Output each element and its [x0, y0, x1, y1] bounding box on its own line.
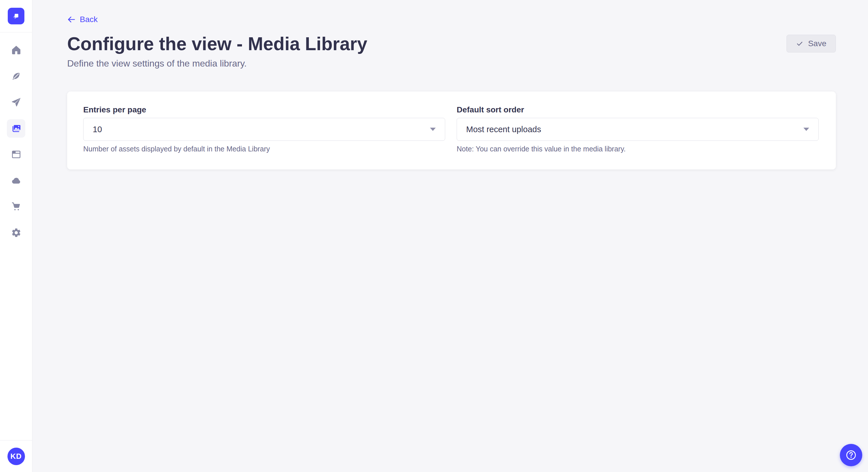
cloud-icon	[11, 175, 22, 186]
default-sort-order-select[interactable]: Most recent uploads	[457, 118, 818, 141]
back-label: Back	[80, 15, 98, 24]
logo-section	[0, 0, 32, 32]
save-label: Save	[808, 39, 826, 48]
settings-card: Entries per page 10 Number of assets dis…	[67, 92, 836, 169]
question-mark-icon	[845, 449, 857, 461]
sidebar-item-releases[interactable]	[0, 89, 32, 115]
media-library-icon	[11, 123, 22, 134]
default-sort-order-value: Most recent uploads	[466, 125, 541, 134]
back-arrow-icon	[67, 15, 76, 24]
sidebar: KD	[0, 0, 32, 472]
back-link[interactable]: Back	[67, 15, 98, 24]
help-button[interactable]	[840, 444, 862, 466]
user-initials: KD	[10, 452, 22, 461]
paper-plane-icon	[11, 97, 22, 107]
sidebar-item-content-manager[interactable]	[0, 63, 32, 89]
title-row: Configure the view - Media Library Defin…	[67, 32, 836, 69]
home-icon	[11, 45, 22, 55]
title-block: Configure the view - Media Library Defin…	[67, 32, 367, 69]
layout-icon	[11, 149, 22, 160]
sidebar-item-settings[interactable]	[0, 220, 32, 246]
chevron-down-icon	[803, 127, 810, 131]
save-button[interactable]: Save	[786, 35, 836, 53]
entries-per-page-hint: Number of assets displayed by default in…	[83, 144, 445, 154]
default-sort-order-label: Default sort order	[457, 106, 818, 114]
sidebar-item-home[interactable]	[0, 37, 32, 63]
sidebar-item-deploy[interactable]	[0, 167, 32, 194]
field-default-sort-order: Default sort order Most recent uploads N…	[457, 106, 818, 154]
sidebar-item-content-type-builder[interactable]	[0, 141, 32, 167]
user-avatar[interactable]: KD	[7, 448, 25, 465]
feather-icon	[11, 71, 22, 81]
default-sort-order-hint: Note: You can override this value in the…	[457, 144, 818, 154]
page-subtitle: Define the view settings of the media li…	[67, 58, 367, 69]
entries-per-page-select[interactable]: 10	[83, 118, 445, 141]
sidebar-item-media-library[interactable]	[0, 115, 32, 141]
sidebar-item-marketplace[interactable]	[0, 194, 32, 220]
field-entries-per-page: Entries per page 10 Number of assets dis…	[83, 106, 445, 154]
cart-icon	[11, 201, 22, 212]
entries-per-page-value: 10	[93, 125, 102, 134]
strapi-logo[interactable]	[8, 8, 24, 24]
sidebar-footer: KD	[0, 440, 32, 472]
check-icon	[796, 40, 803, 47]
gear-icon	[11, 227, 22, 238]
entries-per-page-label: Entries per page	[83, 106, 445, 114]
strapi-logo-icon	[11, 11, 21, 21]
main-content: Back Configure the view - Media Library …	[32, 0, 868, 169]
chevron-down-icon	[429, 127, 436, 131]
sidebar-nav	[0, 32, 32, 440]
page-title: Configure the view - Media Library	[67, 32, 367, 55]
